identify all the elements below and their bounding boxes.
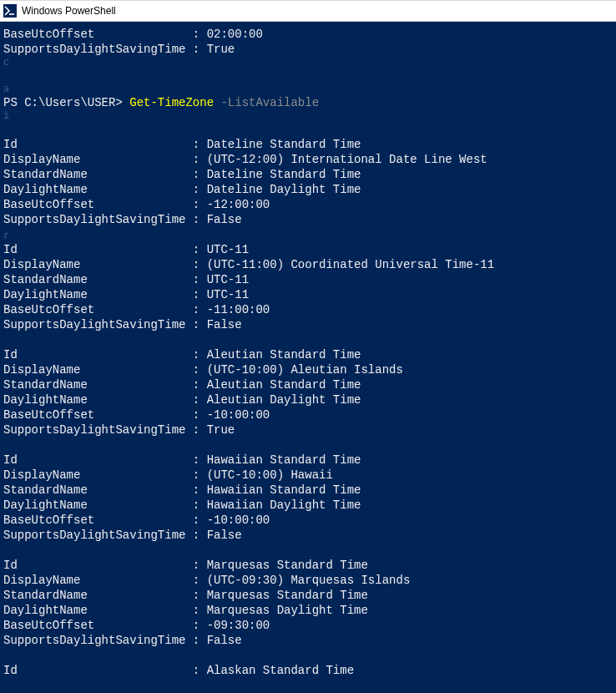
output-row: BaseUtcOffset : 02:00:00 [3, 27, 613, 42]
output-row: BaseUtcOffset : -11:00:00 [3, 302, 613, 317]
output-row: SupportsDaylightSavingTime : False [3, 317, 613, 332]
blank-line [3, 438, 613, 453]
output-row: SupportsDaylightSavingTime : True [3, 42, 613, 57]
powershell-icon [3, 4, 17, 18]
timezone-block: Id : Aleutian Standard TimeDisplayName :… [3, 347, 613, 438]
output-row: Id : UTC-11 [3, 242, 613, 257]
timezone-block: Id : UTC-11DisplayName : (UTC-11:00) Coo… [3, 242, 613, 332]
output-row: SupportsDaylightSavingTime : False [3, 633, 613, 648]
timezone-block: Id : Marquesas Standard TimeDisplayName … [3, 558, 613, 648]
prompt-line: PS C:\Users\USER> Get-TimeZone -ListAvai… [3, 95, 613, 110]
output-row: DisplayName : (UTC-12:00) International … [3, 152, 613, 167]
output-row: StandardName : Hawaiian Standard Time [3, 483, 613, 498]
output-row: DaylightName : Marquesas Daylight Time [3, 603, 613, 618]
output-row: SupportsDaylightSavingTime : False [3, 212, 613, 227]
output-row: DaylightName : Aleutian Daylight Time [3, 392, 613, 407]
output-row: SupportsDaylightSavingTime : True [3, 422, 613, 438]
output-row: StandardName : UTC-11 [3, 272, 613, 287]
blank-line [3, 332, 613, 347]
output-row: DisplayName : (UTC-10:00) Hawaii [3, 468, 613, 483]
output-row: Id : Aleutian Standard Time [3, 347, 613, 362]
timezone-block: Id : Hawaiian Standard TimeDisplayName :… [3, 453, 613, 543]
output-row: Id : Alaskan Standard Time [3, 663, 613, 678]
timezone-block: Id : Dateline Standard TimeDisplayName :… [3, 137, 613, 227]
output-row: SupportsDaylightSavingTime : False [3, 528, 613, 543]
prompt-command: Get-TimeZone [129, 96, 220, 109]
blank-line [3, 122, 613, 137]
output-row: DaylightName : Hawaiian Daylight Time [3, 498, 613, 513]
output-row: Id : Hawaiian Standard Time [3, 453, 613, 468]
output-row: DaylightName : UTC-11 [3, 287, 613, 302]
output-row: DisplayName : (UTC-09:30) Marquesas Isla… [3, 573, 613, 588]
blank-line [3, 543, 613, 558]
prompt-path: PS C:\Users\USER> [3, 96, 129, 109]
timezone-block: Id : Alaskan Standard Time [3, 663, 613, 678]
artifact-edge: i [3, 110, 613, 122]
output-row: BaseUtcOffset : -10:00:00 [3, 513, 613, 528]
artifact-edge: a [3, 83, 613, 95]
output-row: StandardName : Dateline Standard Time [3, 167, 613, 182]
output-row: BaseUtcOffset : -12:00:00 [3, 197, 613, 212]
output-row: DisplayName : (UTC-11:00) Coordinated Un… [3, 257, 613, 272]
window-title: Windows PowerShell [22, 5, 116, 17]
output-row: Id : Dateline Standard Time [3, 137, 613, 152]
blank-line [3, 68, 613, 83]
prompt-parameter: -ListAvailable [220, 96, 319, 109]
terminal-output[interactable]: BaseUtcOffset : 02:00:00SupportsDaylight… [0, 22, 616, 693]
output-row: BaseUtcOffset : -10:00:00 [3, 407, 613, 422]
output-row: BaseUtcOffset : -09:30:00 [3, 618, 613, 633]
window-titlebar[interactable]: Windows PowerShell [0, 0, 616, 22]
output-row: StandardName : Marquesas Standard Time [3, 588, 613, 603]
artifact-edge: c [3, 57, 613, 68]
output-row: DisplayName : (UTC-10:00) Aleutian Islan… [3, 362, 613, 377]
blank-line [3, 648, 613, 663]
output-row: StandardName : Aleutian Standard Time [3, 377, 613, 392]
output-row: DaylightName : Dateline Daylight Time [3, 182, 613, 197]
artifact-edge: r [3, 230, 613, 242]
output-row: Id : Marquesas Standard Time [3, 558, 613, 573]
